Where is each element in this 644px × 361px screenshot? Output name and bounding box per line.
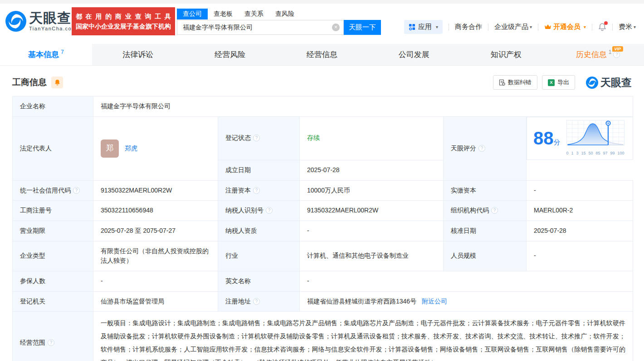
help-icon[interactable]: ?	[253, 187, 260, 194]
apps-menu-button[interactable]: 应用 ▾	[404, 20, 443, 34]
tab-operating-risk[interactable]: 经营风险	[184, 44, 276, 65]
approval-date-label: 核准日期	[444, 221, 527, 241]
score-distribution-chart: 01 315 5085 9799 100	[566, 120, 625, 157]
score-cell: 88分	[527, 117, 633, 160]
industry-value: 计算机、通信和其他电子设备制造业	[300, 241, 444, 271]
reg-capital-value: 10000万人民币	[300, 180, 444, 201]
open-vip-label: 开通会员	[553, 23, 581, 31]
tab-basic-info[interactable]: 基本信息 7	[0, 44, 92, 65]
business-scope-label-text: 经营范围	[20, 339, 45, 346]
tab-intellectual-property[interactable]: 知识产权	[460, 44, 552, 65]
org-code-label-text: 组织机构代码	[451, 207, 489, 214]
search-tabs: 查公司 查老板 查关系 查风险	[177, 9, 381, 19]
search-tab-company[interactable]: 查公司	[177, 9, 208, 19]
taxpayer-id-value: 91350322MAERL00R2W	[300, 201, 444, 221]
tab-label: 历史信息	[576, 49, 607, 60]
monitor-bell-button[interactable]	[51, 77, 63, 88]
site-header: 天眼查 TianYanCha.com 都在用的商业查询工具 国家中小企业发展子基…	[0, 4, 644, 44]
staff-size-label: 人员规模	[444, 241, 527, 271]
business-scope-label: 经营范围?	[13, 312, 93, 361]
tab-operating-info[interactable]: 经营信息	[276, 44, 368, 65]
help-icon[interactable]: ?	[266, 207, 273, 214]
clear-icon[interactable]: ×	[332, 24, 340, 31]
tab-label: 知识产权	[491, 49, 522, 60]
reg-capital-label: 注册资本?	[218, 180, 300, 201]
paid-capital-value: -	[527, 180, 633, 201]
legal-rep-link[interactable]: 郑虎	[125, 144, 137, 154]
legal-rep-cell: 郑 郑虎	[93, 116, 218, 180]
search-tab-boss[interactable]: 查老板	[208, 9, 239, 19]
company-type-label: 企业类型	[13, 241, 93, 271]
score-value: 88	[533, 128, 554, 148]
promo-banner: 都在用的商业查询工具 国家中小企业发展子基金旗下机构	[72, 7, 175, 35]
export-label: 导出	[557, 78, 569, 87]
help-icon[interactable]: ?	[73, 187, 80, 194]
header-right-nav: 应用 ▾ 商务合作 企业级产品 ▾ 开通会员 ▾ 费米	[404, 20, 636, 34]
help-icon[interactable]: ?	[491, 207, 498, 214]
nav-open-vip[interactable]: 开通会员 ▾	[544, 23, 586, 31]
avatar[interactable]: 郑	[101, 140, 119, 158]
company-type-value: 有限责任公司（非自然人投资或控股的法人独资）	[93, 241, 218, 271]
search-tab-relation[interactable]: 查关系	[239, 9, 269, 19]
reg-capital-label-text: 注册资本	[225, 187, 251, 194]
tab-label: 经营风险	[215, 49, 245, 60]
org-code-value: MAERL00R-2	[527, 201, 633, 221]
excel-icon: X	[548, 79, 555, 86]
tab-legal-proceedings[interactable]: 法律诉讼	[92, 44, 184, 65]
uscc-label-text: 统一社会信用代码	[20, 187, 71, 194]
notifications-button[interactable]	[598, 23, 606, 31]
help-icon[interactable]: ?	[253, 135, 260, 141]
industry-label: 行业	[218, 241, 300, 271]
nav-enterprise-products[interactable]: 企业级产品 ▾	[494, 23, 532, 31]
divider	[538, 24, 538, 31]
nearby-companies-link[interactable]: 附近公司	[422, 298, 447, 305]
nav-business-cooperation[interactable]: 商务合作	[455, 23, 482, 31]
help-icon[interactable]: ?	[48, 339, 54, 346]
legal-rep-label: 法定代表人	[13, 116, 93, 180]
help-icon[interactable]: ?	[478, 145, 485, 152]
logo-brand-text: 天眼查	[29, 11, 77, 25]
tab-count: 7	[61, 49, 64, 55]
help-icon[interactable]: ?	[253, 298, 260, 305]
help-icon[interactable]: ?	[613, 51, 620, 58]
taxpayer-quality-value: -	[300, 221, 444, 241]
tab-company-development[interactable]: 公司发展	[368, 44, 460, 65]
promo-line2: 国家中小企业发展子基金旗下机构	[76, 21, 171, 31]
table-row: 经营范围? 一般项目：集成电路设计；集成电路制造；集成电路销售；集成电路芯片及产…	[13, 312, 633, 361]
site-logo[interactable]: 天眼查 TianYanCha.com	[5, 11, 77, 32]
reg-status-value: 存续	[300, 116, 444, 160]
export-button[interactable]: X 导出	[542, 75, 575, 90]
user-menu[interactable]: 费米 ▾	[619, 23, 636, 31]
staff-size-value: -	[527, 241, 633, 271]
search-tab-risk[interactable]: 查风险	[269, 9, 300, 19]
tab-history-info[interactable]: VIP 历史信息 1 ?	[552, 44, 644, 65]
tianyancha-logo-icon	[586, 77, 598, 89]
score-chart-axis: 01 315 5085 9799 100	[566, 150, 625, 157]
watermark-logo: 天眼查	[586, 76, 632, 90]
search-input[interactable]	[183, 24, 332, 31]
tab-label: 公司发展	[399, 49, 429, 60]
table-row: 企业类型 有限责任公司（非自然人投资或控股的法人独资） 行业 计算机、通信和其他…	[13, 241, 633, 271]
chevron-down-icon: ▾	[634, 24, 636, 29]
paid-capital-label: 实缴资本	[444, 180, 527, 201]
data-correction-label: 数据纠错	[508, 78, 532, 87]
address-label-text: 注册地址	[225, 298, 251, 305]
bell-icon	[54, 79, 60, 86]
business-term-value: 2025-07-28 至 2075-07-27	[93, 221, 218, 241]
search-button[interactable]: 天眼一下	[344, 20, 381, 35]
chevron-down-icon: ▾	[436, 24, 438, 29]
address-value: 福建省仙游县鲤城街道学府西路1346号	[307, 298, 416, 305]
page-tabbar: 基本信息 7 法律诉讼 经营风险 经营信息 公司发展 知识产权 VIP 历史信息…	[0, 44, 644, 66]
business-term-label: 营业期限	[13, 221, 93, 241]
table-row: 企业名称 福建金字半导体有限公司	[13, 96, 633, 117]
reg-authority-label: 登记机关	[13, 291, 93, 312]
company-name-label: 企业名称	[13, 96, 93, 117]
address-cell: 福建省仙游县鲤城街道学府西路1346号 附近公司	[300, 291, 633, 312]
tab-count: 1	[609, 49, 612, 55]
business-scope-value: 一般项目：集成电路设计；集成电路制造；集成电路销售；集成电路芯片及产品销售；集成…	[93, 312, 633, 361]
search-box: ×	[177, 20, 344, 35]
business-info-table: 企业名称 福建金字半导体有限公司 法定代表人 郑 郑虎 登记状态? 存续	[12, 96, 633, 361]
tab-label: 法律诉讼	[122, 49, 153, 60]
data-correction-button[interactable]: 数据纠错	[493, 75, 537, 90]
score-label-text: 天眼评分	[451, 144, 476, 152]
